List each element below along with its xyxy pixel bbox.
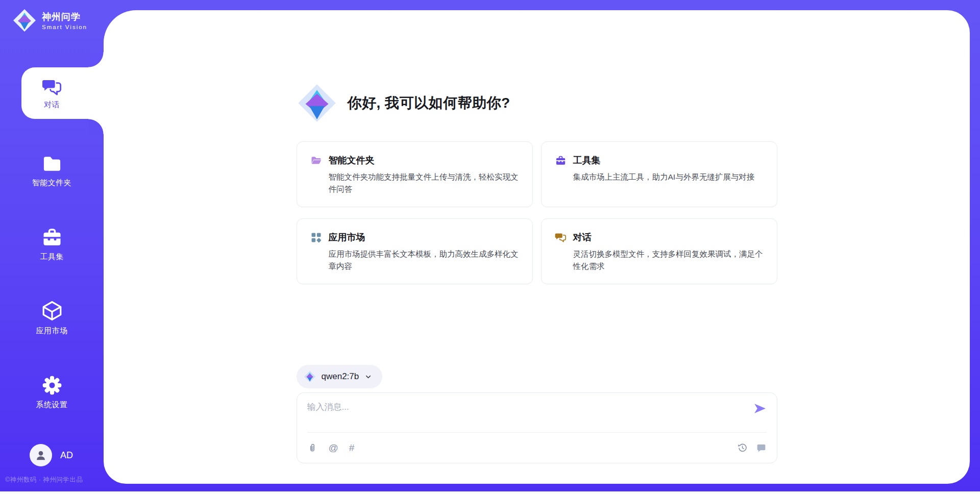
chat-composer-area: qwen2:7b	[297, 365, 777, 463]
model-selector[interactable]: qwen2:7b	[297, 365, 383, 388]
folder-open-icon	[310, 155, 322, 166]
model-name: qwen2:7b	[322, 372, 359, 382]
chat-icon	[555, 232, 567, 243]
card-toolset[interactable]: 工具集 集成市场上主流工具，助力AI与外界无缝扩展与对接	[541, 141, 777, 207]
user-account[interactable]: AD	[30, 444, 73, 466]
toolbox-icon	[40, 226, 64, 249]
tab-fillet-top	[88, 52, 104, 67]
assistant-diamond-icon	[297, 83, 337, 123]
card-description: 集成市场上主流工具，助力AI与外界无缝扩展与对接	[573, 171, 764, 183]
chevron-down-icon	[364, 373, 372, 381]
gear-icon	[41, 374, 63, 397]
card-title: 智能文件夹	[329, 154, 375, 166]
brand-diamond-icon	[12, 8, 37, 33]
user-initials: AD	[60, 450, 73, 461]
blocks-icon	[310, 232, 322, 243]
model-diamond-icon	[304, 370, 316, 383]
sidebar-item-label: 应用市场	[36, 326, 68, 336]
sidebar-item-label: 系统设置	[36, 400, 68, 410]
brand-tagline: Smart Vision	[42, 24, 87, 30]
cube-icon	[40, 299, 64, 323]
sidebar: 神州问学 Smart Vision 对话 智能文件夹 工具集 应用市场	[0, 0, 104, 495]
app-logo: 神州问学 Smart Vision	[12, 8, 87, 33]
sidebar-item-app-market[interactable]: 应用市场	[0, 299, 104, 336]
send-icon[interactable]	[753, 402, 767, 415]
sidebar-item-label: 智能文件夹	[32, 178, 72, 188]
card-chat[interactable]: 对话 灵活切换多模型文件，支持多样回复效果调试，满足个性化需求	[541, 218, 777, 284]
card-app-market[interactable]: 应用市场 应用市场提供丰富长文本模板，助力高效生成多样化文章内容	[297, 218, 533, 284]
card-title: 应用市场	[329, 231, 365, 243]
folder-icon	[41, 153, 63, 175]
greeting: 你好, 我可以如何帮助你?	[297, 83, 777, 123]
card-title: 对话	[573, 231, 592, 243]
main-panel: 你好, 我可以如何帮助你? 智能文件夹 智能文件夹功能支持批量文件上传与清洗，轻…	[104, 10, 970, 484]
bottom-strip	[0, 491, 980, 495]
sidebar-item-settings[interactable]: 系统设置	[0, 374, 104, 410]
message-input[interactable]	[307, 401, 753, 412]
card-description: 灵活切换多模型文件，支持多样回复效果调试，满足个性化需求	[573, 248, 764, 273]
sidebar-item-toolset[interactable]: 工具集	[0, 226, 104, 262]
card-description: 智能文件夹功能支持批量文件上传与清洗，轻松实现文件问答	[329, 171, 519, 195]
card-smart-folder[interactable]: 智能文件夹 智能文件夹功能支持批量文件上传与清洗，轻松实现文件问答	[297, 141, 533, 207]
attachment-icon[interactable]	[307, 442, 318, 453]
greeting-text: 你好, 我可以如何帮助你?	[348, 93, 510, 113]
toolbox-icon	[555, 155, 567, 166]
sidebar-item-chat[interactable]: 对话	[21, 67, 104, 119]
chat-icon	[42, 77, 62, 97]
mention-icon[interactable]: @	[329, 443, 338, 453]
card-description: 应用市场提供丰富长文本模板，助力高效生成多样化文章内容	[329, 248, 519, 273]
person-icon	[34, 449, 47, 462]
card-title: 工具集	[573, 154, 601, 166]
history-icon[interactable]	[737, 442, 748, 453]
feature-cards: 智能文件夹 智能文件夹功能支持批量文件上传与清洗，轻松实现文件问答 工具集 集成…	[297, 141, 777, 284]
sidebar-item-smart-folder[interactable]: 智能文件夹	[0, 153, 104, 188]
avatar[interactable]	[30, 444, 52, 466]
sidebar-item-label: 对话	[44, 100, 60, 110]
sidebar-item-label: 工具集	[40, 252, 64, 262]
sidebar-footer: ©神州数码 · 神州问学出品	[5, 476, 104, 484]
message-composer: @ #	[297, 392, 777, 463]
brand-name: 神州问学	[42, 11, 87, 23]
chat-bubble-icon[interactable]	[756, 442, 767, 453]
hashtag-icon[interactable]: #	[349, 443, 355, 453]
tab-fillet-bottom	[88, 119, 104, 134]
